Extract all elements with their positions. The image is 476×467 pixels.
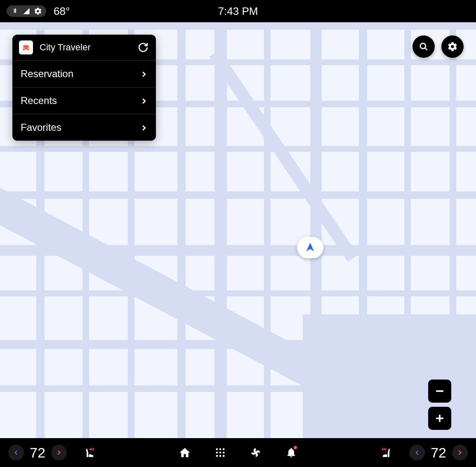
svg-point-3: [223, 448, 225, 450]
menu-item-label: Recents: [21, 95, 57, 106]
menu-item-label: Favorites: [21, 122, 61, 133]
menu-header: City Traveler: [12, 35, 156, 61]
menu-item-favorites[interactable]: Favorites: [12, 114, 156, 141]
app-icon: [19, 40, 33, 54]
temp-down-right-button[interactable]: [409, 445, 425, 460]
notification-dot-icon: [294, 446, 297, 449]
notifications-button[interactable]: [285, 446, 298, 459]
bluetooth-icon: [11, 7, 19, 15]
menu-item-recents[interactable]: Recents: [12, 87, 156, 114]
temp-up-right-button[interactable]: [452, 445, 468, 460]
climate-right: 72: [409, 445, 468, 461]
svg-point-8: [219, 455, 222, 457]
svg-point-7: [216, 455, 218, 457]
svg-point-4: [216, 452, 218, 454]
map[interactable]: City Traveler Reservation Recents Favori…: [0, 22, 476, 438]
app-title: City Traveler: [40, 42, 137, 53]
status-time: 7:43 PM: [218, 5, 258, 18]
map-top-buttons: [412, 35, 464, 58]
climate-left: 72: [8, 445, 67, 461]
status-icons-pill: [7, 5, 46, 17]
svg-point-5: [219, 452, 222, 454]
svg-point-6: [223, 452, 225, 454]
climate-right-group: 72: [378, 444, 468, 461]
nav-center: [178, 446, 298, 459]
svg-point-0: [420, 43, 426, 49]
svg-point-1: [216, 448, 218, 450]
chevron-right-icon: [139, 70, 148, 78]
chevron-right-icon: [139, 97, 148, 105]
menu-item-reservation[interactable]: Reservation: [12, 61, 156, 87]
left-temperature: 72: [30, 445, 45, 461]
chevron-right-icon: [139, 123, 148, 132]
status-bar: 68° 7:43 PM: [0, 0, 476, 22]
svg-point-9: [223, 455, 225, 457]
fan-button[interactable]: [249, 446, 262, 459]
zoom-out-button[interactable]: [428, 380, 451, 403]
right-temperature: 72: [431, 445, 446, 461]
bottom-bar: 72 72: [0, 438, 476, 467]
menu-items: Reservation Recents Favorites: [12, 61, 156, 141]
gear-icon: [34, 7, 42, 15]
home-button[interactable]: [178, 446, 191, 459]
seat-heat-right-button[interactable]: [378, 444, 394, 461]
search-button[interactable]: [412, 35, 435, 58]
zoom-in-button[interactable]: [428, 407, 451, 430]
menu-item-label: Reservation: [21, 68, 73, 80]
svg-point-2: [219, 448, 222, 450]
apps-button[interactable]: [214, 446, 227, 459]
signal-icon: [22, 7, 31, 15]
settings-button[interactable]: [441, 35, 464, 58]
menu-panel: City Traveler Reservation Recents Favori…: [12, 35, 156, 141]
refresh-button[interactable]: [137, 41, 149, 54]
temp-down-left-button[interactable]: [8, 445, 24, 460]
temp-up-left-button[interactable]: [51, 445, 67, 460]
current-location-marker[interactable]: [297, 237, 323, 258]
seat-heat-left-button[interactable]: [82, 444, 98, 461]
zoom-controls: [428, 380, 451, 430]
status-temperature: 68°: [54, 5, 70, 18]
